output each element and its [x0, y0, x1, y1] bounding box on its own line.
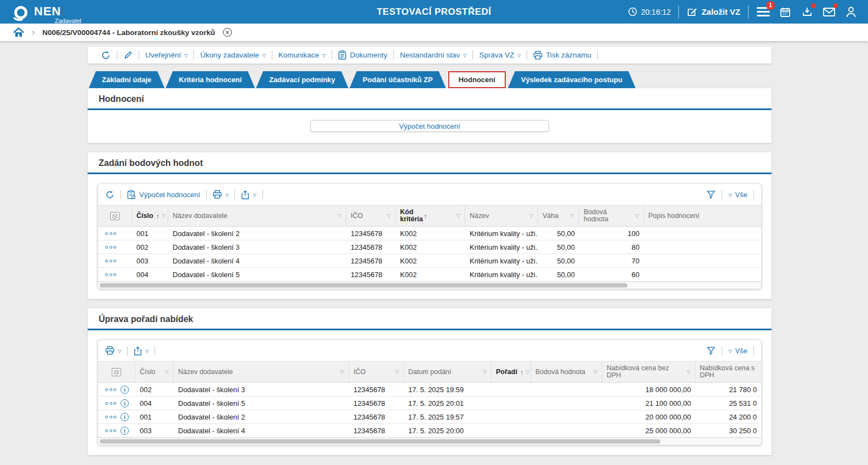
column-filter-icon[interactable]: ▽	[159, 213, 165, 219]
edit-record-button[interactable]	[123, 50, 133, 60]
tab-hodnoceni[interactable]: Hodnocení	[448, 71, 506, 88]
row-actions-icon[interactable]	[105, 260, 116, 262]
column-chooser-icon[interactable]	[110, 212, 119, 220]
table-row[interactable]: 003 Dodavatel - školení 4 12345678 K002 …	[98, 254, 761, 268]
downloads-button[interactable]	[800, 5, 814, 19]
user-button[interactable]	[844, 5, 858, 19]
col-bodova-hodnota[interactable]: Bodová hodnota ▽	[579, 205, 644, 226]
column-filter-icon[interactable]: ▽	[163, 369, 169, 375]
menu-uverejneni[interactable]: Uveřejnění▽	[145, 51, 187, 59]
table-row[interactable]: i 002 Dodavatel - školení 3 12345678 17.…	[98, 383, 761, 397]
column-filter-icon[interactable]: ▽	[385, 213, 391, 219]
column-filter-icon[interactable]: ▽	[568, 213, 574, 219]
column-filter-icon[interactable]: ▽	[527, 213, 533, 219]
grid-refresh-button[interactable]	[105, 190, 115, 199]
menu-tisk-zaznamu[interactable]: Tisk záznamu	[533, 51, 591, 60]
messages-button[interactable]	[822, 5, 836, 19]
close-record-button[interactable]	[222, 27, 232, 37]
column-filter-icon[interactable]: ▽	[523, 369, 529, 375]
row-actions-icon[interactable]	[105, 388, 116, 391]
row-actions-icon[interactable]	[105, 416, 116, 418]
col-vaha[interactable]: Váha ▽	[538, 205, 579, 226]
table-row[interactable]: i 001 Dodavatel - školení 2 12345678 17.…	[98, 410, 761, 424]
col-datum-podani[interactable]: Datum podání ▽	[404, 361, 492, 382]
horizontal-scrollbar[interactable]	[98, 438, 761, 445]
menu-nestandardni-stav[interactable]: Nestandardní stav▽	[400, 51, 467, 59]
tab-zakladni-udaje[interactable]: Základní údaje	[89, 71, 164, 88]
info-icon[interactable]: i	[121, 386, 129, 394]
row-actions-icon[interactable]	[105, 429, 116, 432]
table-row[interactable]: 002 Dodavatel - školení 3 12345678 K002 …	[98, 240, 761, 254]
col-ico[interactable]: IČO ▽	[346, 205, 396, 226]
grid-filter-button[interactable]	[706, 346, 716, 355]
home-icon	[13, 27, 24, 37]
menu-komunikace[interactable]: Komunikace▽	[278, 51, 326, 59]
tab-kriteria-hodnoceni[interactable]: Kritéria hodnocení	[165, 71, 255, 88]
scrollbar-thumb[interactable]	[100, 439, 660, 444]
row-actions-icon[interactable]	[105, 246, 116, 249]
grid-export-button[interactable]: ▽	[241, 190, 256, 199]
tab-vysledek-postupu[interactable]: Výsledek zadávacího postupu	[508, 71, 636, 88]
col-nazev-dodavatele[interactable]: Název dodavatele ▽	[168, 205, 346, 226]
grid-show-all-control[interactable]: ▽ Vše	[728, 347, 747, 355]
col-cislo[interactable]: Číslo ▽	[135, 361, 174, 382]
menu-button[interactable]: 1	[756, 5, 770, 19]
filter-funnel-icon	[706, 190, 716, 199]
calendar-icon	[780, 7, 791, 18]
table-row[interactable]: i 004 Dodavatel - školení 5 12345678 17.…	[98, 397, 761, 410]
column-filter-icon[interactable]: ▽	[591, 369, 597, 375]
column-filter-icon[interactable]: ▽	[454, 213, 460, 219]
calculation-clipboard-icon	[127, 190, 136, 199]
col-cena-bez-dph[interactable]: Nabídková cena bez DPH ▽	[602, 361, 695, 382]
nen-logo[interactable]: NEN Zadavatel	[12, 2, 81, 22]
col-nazev-dodavatele[interactable]: Název dodavatele ▽	[174, 361, 349, 382]
table-row[interactable]: 001 Dodavatel - školení 2 12345678 K002 …	[98, 227, 761, 240]
grid-show-all-control[interactable]: ▽ Vše	[728, 191, 747, 199]
chevron-down-icon: ▽	[184, 53, 187, 58]
column-filter-icon[interactable]: ▽	[335, 213, 341, 219]
table-row[interactable]: 004 Dodavatel - školení 5 12345678 K002 …	[98, 268, 761, 282]
info-icon[interactable]: i	[121, 427, 129, 435]
header-divider	[678, 5, 679, 19]
menu-dokumenty[interactable]: Dokumenty	[338, 50, 387, 60]
grid-print-button[interactable]: ▽	[213, 190, 229, 199]
vypocet-hodnoceni-button[interactable]: Výpočet hodnocení	[310, 120, 549, 132]
row-actions-icon[interactable]	[105, 402, 116, 405]
breadcrumb-chevron-icon: ›	[32, 28, 35, 37]
column-filter-icon[interactable]: ▽	[393, 369, 399, 375]
tab-zadavaci-podminky[interactable]: Zadávací podmínky	[256, 71, 349, 88]
menu-sprava-vz[interactable]: Správa VZ▽	[479, 51, 521, 59]
column-filter-icon[interactable]: ▽	[481, 369, 487, 375]
menu-ukony-zadavatele[interactable]: Úkony zadavatele▽	[200, 51, 265, 59]
col-poradi[interactable]: Pořadí ↑ ▽	[492, 361, 531, 382]
col-cislo[interactable]: Číslo ↑ ▽	[132, 205, 168, 226]
info-icon[interactable]: i	[121, 413, 129, 421]
col-cena-s-dph[interactable]: Nabídková cena s DPH	[695, 361, 761, 382]
column-chooser-icon[interactable]	[112, 368, 121, 376]
refresh-button[interactable]	[101, 50, 111, 60]
col-bodova-hodnota[interactable]: Bodová hodnota ▽	[531, 361, 602, 382]
col-nazev[interactable]: Název ▽	[465, 205, 538, 226]
home-button[interactable]	[13, 27, 24, 37]
calendar-button[interactable]	[778, 5, 792, 19]
col-kod-kriteria[interactable]: Kód kritéria ↑ ▽	[396, 205, 465, 226]
create-vz-button[interactable]: Založit VZ	[687, 7, 740, 17]
chevron-down-icon: ▽	[145, 349, 149, 354]
grid-export-button[interactable]: ▽	[134, 346, 149, 355]
grid-vypocet-hodnoceni-button[interactable]: Výpočet hodnocení	[127, 190, 200, 199]
tab-podani-ucastniku[interactable]: Podání účastníků ZP	[350, 71, 446, 88]
info-icon[interactable]: i	[121, 399, 129, 407]
table-row[interactable]: i 003 Dodavatel - školení 4 12345678 17.…	[98, 424, 761, 438]
col-ico[interactable]: IČO ▽	[349, 361, 404, 382]
column-filter-icon[interactable]: ▽	[338, 369, 344, 375]
horizontal-scrollbar[interactable]	[98, 282, 761, 289]
chevron-down-icon: ▽	[225, 193, 229, 198]
grid-filter-button[interactable]	[706, 190, 716, 199]
row-actions-icon[interactable]	[105, 232, 116, 235]
scrollbar-thumb[interactable]	[100, 283, 627, 288]
col-popis-hodnoceni[interactable]: Popis hodnocení	[644, 205, 761, 226]
column-filter-icon[interactable]: ▽	[684, 369, 690, 375]
column-filter-icon[interactable]: ▽	[633, 213, 639, 219]
row-actions-icon[interactable]	[105, 273, 116, 276]
grid-print-button[interactable]: ▽	[105, 346, 121, 355]
